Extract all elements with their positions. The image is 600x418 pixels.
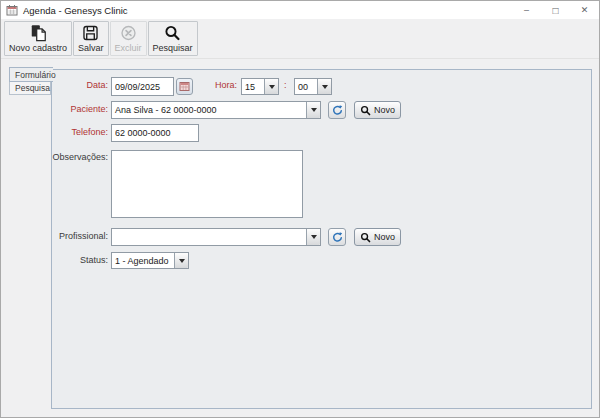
tab-pesquisa[interactable]: Pesquisa bbox=[9, 81, 51, 95]
telefone-label: Telefone: bbox=[52, 127, 108, 137]
observacoes-label: Observações: bbox=[52, 152, 108, 162]
new-record-icon bbox=[29, 24, 48, 42]
window-title: Agenda - Genesys Clinic bbox=[23, 5, 512, 16]
tab-formulario[interactable]: Formulário bbox=[9, 67, 53, 82]
calendar-app-icon bbox=[6, 4, 18, 16]
minute-value: 00 bbox=[295, 79, 317, 94]
refresh-icon bbox=[331, 231, 344, 244]
paciente-novo-button[interactable]: Novo bbox=[354, 101, 401, 119]
toolbar: Novo cadastro Salvar Excluir Pesquisar bbox=[1, 19, 599, 59]
window-controls: – □ ✕ bbox=[512, 1, 599, 19]
telefone-input[interactable] bbox=[111, 124, 199, 142]
profissional-label: Profissional: bbox=[52, 231, 108, 241]
chevron-down-icon[interactable] bbox=[306, 229, 320, 245]
toolbar-button-label: Salvar bbox=[78, 43, 104, 53]
chevron-down-icon[interactable] bbox=[306, 102, 320, 118]
maximize-icon[interactable]: □ bbox=[541, 1, 570, 19]
salvar-button[interactable]: Salvar bbox=[73, 21, 109, 56]
refresh-icon bbox=[331, 104, 344, 117]
form-panel: Data: Hora: 15 : 00 bbox=[51, 69, 592, 409]
paciente-refresh-button[interactable] bbox=[328, 101, 346, 119]
profissional-value bbox=[112, 229, 306, 245]
search-icon bbox=[163, 24, 182, 42]
novo-button-label: Novo bbox=[374, 232, 395, 242]
chevron-down-icon[interactable] bbox=[317, 79, 331, 94]
search-icon bbox=[360, 105, 371, 116]
novo-button-label: Novo bbox=[374, 105, 395, 115]
save-icon bbox=[81, 24, 100, 42]
content-area: Formulário Pesquisa Data: Hora: 15 : bbox=[1, 59, 599, 417]
hour-select[interactable]: 15 bbox=[241, 78, 279, 95]
toolbar-button-label: Excluir bbox=[115, 43, 142, 53]
paciente-value: Ana Silva - 62 0000-0000 bbox=[112, 102, 306, 118]
pesquisar-button[interactable]: Pesquisar bbox=[148, 21, 198, 56]
hora-label: Hora: bbox=[181, 80, 237, 90]
profissional-novo-button[interactable]: Novo bbox=[354, 228, 401, 246]
status-select[interactable]: 1 - Agendado bbox=[111, 252, 189, 269]
time-separator: : bbox=[284, 80, 287, 90]
toolbar-button-label: Novo cadastro bbox=[9, 43, 67, 53]
close-icon[interactable]: ✕ bbox=[570, 1, 599, 19]
titlebar: Agenda - Genesys Clinic – □ ✕ bbox=[1, 1, 599, 19]
status-label: Status: bbox=[52, 255, 108, 265]
excluir-button[interactable]: Excluir bbox=[110, 21, 147, 56]
paciente-select[interactable]: Ana Silva - 62 0000-0000 bbox=[111, 101, 321, 119]
status-value: 1 - Agendado bbox=[112, 253, 174, 268]
data-label: Data: bbox=[52, 80, 108, 90]
data-input[interactable] bbox=[111, 77, 174, 96]
chevron-down-icon[interactable] bbox=[264, 79, 278, 94]
profissional-refresh-button[interactable] bbox=[328, 228, 346, 246]
profissional-select[interactable] bbox=[111, 228, 321, 246]
novo-cadastro-button[interactable]: Novo cadastro bbox=[4, 21, 72, 56]
observacoes-textarea[interactable] bbox=[111, 150, 303, 218]
hour-value: 15 bbox=[242, 79, 264, 94]
toolbar-button-label: Pesquisar bbox=[153, 43, 193, 53]
minimize-icon[interactable]: – bbox=[512, 1, 541, 19]
delete-icon bbox=[119, 24, 138, 42]
chevron-down-icon[interactable] bbox=[174, 253, 188, 268]
app-window: Agenda - Genesys Clinic – □ ✕ Novo cadas… bbox=[0, 0, 600, 418]
minute-select[interactable]: 00 bbox=[294, 78, 332, 95]
paciente-label: Paciente: bbox=[52, 104, 108, 114]
search-icon bbox=[360, 232, 371, 243]
